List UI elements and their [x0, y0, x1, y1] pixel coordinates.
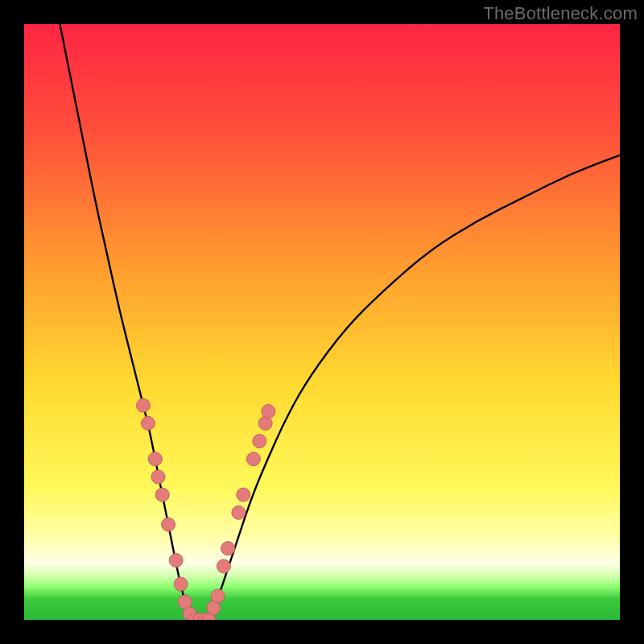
data-point [217, 559, 230, 573]
data-point [246, 452, 260, 466]
chart-frame: TheBottleneck.com [0, 0, 644, 644]
data-point [141, 416, 155, 430]
data-point [262, 405, 275, 419]
data-point [258, 416, 272, 430]
data-point [253, 435, 266, 448]
data-point [237, 488, 250, 502]
data-point [232, 506, 246, 519]
data-point [211, 589, 225, 603]
data-point [155, 488, 169, 502]
series-right-branch [208, 155, 620, 620]
data-point [221, 542, 235, 555]
curve-group [60, 24, 620, 620]
data-point [137, 398, 151, 412]
data-point [169, 554, 183, 568]
data-point [174, 577, 188, 591]
data-point [162, 518, 175, 531]
data-point [151, 470, 165, 484]
marker-group [137, 398, 275, 620]
chart-svg [24, 24, 620, 620]
plot-area [24, 24, 620, 620]
watermark-text: TheBottleneck.com [483, 3, 638, 24]
data-point [148, 452, 162, 466]
